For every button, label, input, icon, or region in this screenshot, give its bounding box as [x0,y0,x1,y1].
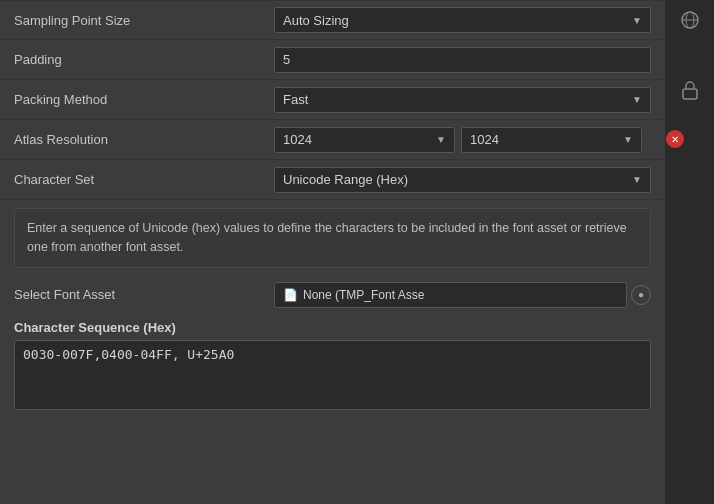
char-sequence-label: Character Sequence (Hex) [14,320,651,335]
padding-input[interactable] [274,47,651,73]
character-set-label: Character Set [14,172,274,187]
padding-row: Padding [0,40,665,80]
sampling-point-size-value: Auto Sizing [283,13,349,28]
atlas-resolution-height-value: 1024 [470,132,499,147]
atlas-resolution-width-value: 1024 [283,132,312,147]
atlas-resolution-label: Atlas Resolution [14,132,274,147]
character-set-dropdown[interactable]: Unicode Range (Hex) ▼ [274,167,651,193]
lock-icon [681,79,699,101]
description-box: Enter a sequence of Unicode (hex) values… [14,208,651,268]
character-set-row: Character Set Unicode Range (Hex) ▼ [0,160,665,200]
right-bar-icon-2 [665,70,714,110]
red-badge: ✕ [666,130,684,148]
circle-dot-icon: ● [638,289,644,300]
sampling-point-size-control: Auto Sizing ▼ [274,7,651,33]
packing-method-value: Fast [283,92,308,107]
character-set-value: Unicode Range (Hex) [283,172,408,187]
select-font-asset-row: Select Font Asset 📄 None (TMP_Font Asse … [0,276,665,314]
settings-panel: Sampling Point Size Auto Sizing ▼ Paddin… [0,0,665,504]
character-set-arrow-icon: ▼ [632,174,642,185]
right-bar-icon-1 [665,0,714,40]
sampling-point-size-row: Sampling Point Size Auto Sizing ▼ [0,0,665,40]
char-sequence-input[interactable]: 0030-007F,0400-04FF, U+25A0 [14,340,651,410]
atlas-resolution-width-dropdown[interactable]: 1024 ▼ [274,127,455,153]
packing-method-label: Packing Method [14,92,274,107]
atlas-resolution-height-dropdown[interactable]: 1024 ▼ [461,127,642,153]
svg-rect-3 [683,89,697,99]
packing-method-arrow-icon: ▼ [632,94,642,105]
character-set-control: Unicode Range (Hex) ▼ [274,167,651,193]
atlas-height-arrow-icon: ▼ [623,134,633,145]
right-sidebar: ✕ [665,0,714,504]
sampling-point-size-dropdown[interactable]: Auto Sizing ▼ [274,7,651,33]
sampling-point-size-label: Sampling Point Size [14,13,274,28]
red-badge-icon: ✕ [671,134,679,145]
packing-method-dropdown[interactable]: Fast ▼ [274,87,651,113]
font-asset-select-circle-button[interactable]: ● [631,285,651,305]
packing-method-row: Packing Method Fast ▼ [0,80,665,120]
atlas-row-inner: 1024 ▼ 1024 ▼ [274,127,651,153]
atlas-resolution-control: 1024 ▼ 1024 ▼ [274,127,651,153]
sampling-point-size-arrow-icon: ▼ [632,15,642,26]
font-asset-button[interactable]: 📄 None (TMP_Font Asse [274,282,627,308]
padding-label: Padding [14,52,274,67]
atlas-resolution-row: Atlas Resolution 1024 ▼ 1024 ▼ [0,120,665,160]
atlas-width-arrow-icon: ▼ [436,134,446,145]
description-text: Enter a sequence of Unicode (hex) values… [27,221,627,254]
char-sequence-section: Character Sequence (Hex) 0030-007F,0400-… [0,314,665,410]
font-asset-control: 📄 None (TMP_Font Asse ● [274,282,651,308]
document-icon: 📄 [283,288,298,302]
padding-control [274,47,651,73]
font-asset-value: None (TMP_Font Asse [303,288,424,302]
globe-icon [680,10,700,30]
select-font-asset-label: Select Font Asset [14,287,274,302]
packing-method-control: Fast ▼ [274,87,651,113]
